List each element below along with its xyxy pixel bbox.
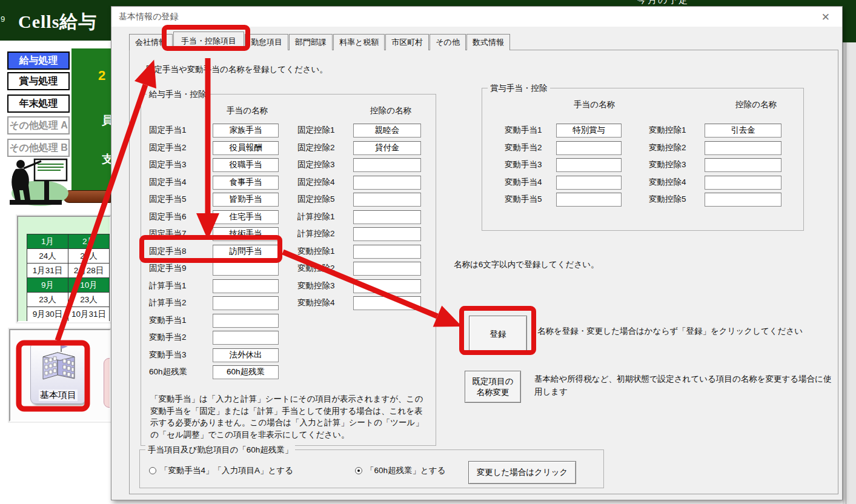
tab-company-info[interactable]: 会社情報: [129, 34, 173, 50]
apply-change-button[interactable]: 変更した場合はクリック: [468, 461, 576, 484]
default-rename-button[interactable]: 既定項目の 名称変更: [465, 371, 521, 403]
bonus-deduction-input[interactable]: [705, 141, 781, 155]
field-label: 変動手当2: [149, 332, 213, 343]
allowance-input[interactable]: [213, 331, 279, 345]
bonus-deduction-input[interactable]: [705, 158, 781, 172]
app-title: Cells給与: [18, 10, 97, 35]
allowance-input[interactable]: [213, 124, 279, 138]
clipped-pink-button[interactable]: [104, 358, 111, 408]
allowance-input[interactable]: [213, 314, 279, 328]
deduction-input[interactable]: [353, 158, 421, 172]
tab-departments[interactable]: 部門部課: [289, 34, 333, 50]
variable-allowance-note: 「変動手当」は「入力と計算」シートにその項目が表示されますが、この変動手当を「固…: [150, 393, 430, 440]
bonus-deduction-input[interactable]: [705, 176, 781, 190]
headcount-cell: 24人: [68, 249, 110, 264]
field-label: 固定控除3: [297, 159, 353, 170]
tab-municipality[interactable]: 市区町村: [385, 34, 429, 50]
deduction-input[interactable]: [353, 124, 421, 138]
sidebar-item-other-a[interactable]: その他処理 A: [7, 116, 70, 134]
bonus-allowance-input[interactable]: [556, 141, 622, 155]
field-label: 変動控除5: [649, 194, 705, 205]
bonus-allowance-input[interactable]: [556, 176, 622, 190]
allowance-column-header: 手当の名称: [558, 99, 631, 110]
bonus-deduction-input[interactable]: [705, 193, 781, 207]
deduction-input[interactable]: [353, 279, 421, 293]
allowance-input[interactable]: [213, 176, 279, 190]
field-label: 変動手当3: [505, 159, 556, 170]
deduction-input[interactable]: [353, 141, 421, 155]
group-label: 手当項目及び勤怠項目の「60h超残業」: [145, 445, 295, 456]
payday-cell: 1月31日: [27, 264, 68, 278]
allowance-input[interactable]: [213, 141, 279, 155]
basic-items-button[interactable]: 基本項目: [30, 342, 86, 404]
field-label: 固定手当9: [149, 263, 213, 274]
bonus-allowance-input[interactable]: [556, 193, 622, 207]
sidebar-item-yearend[interactable]: 年末処理: [7, 94, 70, 113]
deduction-input[interactable]: [353, 245, 421, 259]
register-button[interactable]: 登録: [469, 316, 527, 353]
tab-formula-info[interactable]: 数式情報: [466, 34, 510, 50]
basic-info-dialog: 基本情報の登録 ✕ 会社情報 手当・控除項目 勤怠項目 部門部課 料率と税額 市…: [111, 6, 843, 500]
desk-graphic: [63, 190, 111, 203]
field-label: 固定手当5: [149, 194, 213, 205]
deduction-input[interactable]: [353, 227, 421, 241]
tab-rates-taxes[interactable]: 料率と税額: [333, 34, 385, 50]
tab-attendance[interactable]: 勤怠項目: [245, 34, 288, 50]
deduction-input[interactable]: [353, 176, 421, 190]
field-label: 固定手当4: [149, 177, 213, 188]
radio-icon[interactable]: [149, 467, 156, 474]
field-label: 固定手当3: [149, 159, 213, 170]
allowance-input[interactable]: [213, 193, 279, 207]
deduction-input[interactable]: [353, 296, 421, 310]
allowance-input[interactable]: [213, 210, 279, 224]
bonus-allowance-input[interactable]: [556, 158, 622, 172]
six-char-hint: 名称は6文字以内で登録してください。: [454, 259, 599, 270]
clipped-board-char: 支: [102, 151, 111, 167]
field-label: 変動控除2: [649, 142, 705, 153]
field-label: 固定手当8: [149, 246, 213, 257]
field-label: 変動控除1: [297, 246, 353, 257]
allowance-input-fixed8[interactable]: [213, 245, 279, 259]
deduction-input[interactable]: [353, 262, 421, 276]
deduction-input[interactable]: [353, 193, 421, 207]
settings-panel: 基本項目: [9, 329, 111, 422]
sidebar-item-bonus[interactable]: 賞与処理: [7, 72, 70, 90]
allowance-input[interactable]: [213, 158, 279, 172]
allowance-input[interactable]: [213, 365, 279, 379]
field-label: 固定控除1: [297, 125, 353, 136]
field-label: 固定控除2: [297, 142, 353, 153]
tab-allowance-deduction[interactable]: 手当・控除項目: [173, 31, 244, 50]
allowance-input[interactable]: [213, 296, 279, 310]
tab-strip: 会社情報 手当・控除項目 勤怠項目 部門部課 料率と税額 市区町村 その他 数式…: [129, 33, 511, 50]
group-label: 給与手当・控除: [147, 89, 209, 100]
register-note: 名称を登録・変更した場合はかならず「登録」をクリックしてください: [537, 326, 803, 337]
close-icon[interactable]: ✕: [818, 10, 834, 25]
allowance-input[interactable]: [213, 227, 279, 241]
allowance-input[interactable]: [213, 348, 279, 362]
radio-icon[interactable]: [355, 467, 362, 474]
corner-digit: 9: [1, 15, 5, 24]
field-label: 固定手当6: [149, 211, 213, 222]
sidebar-item-salary[interactable]: 給与処理: [7, 51, 70, 70]
allowance-input[interactable]: [213, 262, 279, 276]
field-label: 変動控除4: [649, 177, 705, 188]
bonus-allowance-input[interactable]: [556, 124, 622, 138]
headcount-cell: 24人: [27, 249, 68, 264]
sidebar-item-other-b[interactable]: その他処理 B: [7, 139, 70, 157]
field-label: 変動手当3: [149, 350, 213, 360]
dialog-titlebar: 基本情報の登録 ✕: [111, 7, 842, 27]
field-label: 変動控除3: [649, 159, 705, 170]
tab-other[interactable]: その他: [430, 34, 466, 50]
allowance-input[interactable]: [213, 279, 279, 293]
field-label: 変動控除3: [297, 280, 353, 291]
default-rename-note: 基本給や所得税など、初期状態で設定されている項目の名称を変更する場合に使用します: [534, 373, 837, 398]
field-label: 変動手当4: [505, 177, 556, 188]
bonus-allowance-group: 賞与手当・控除 手当の名称 控除の名称 変動手当1 変動手当2 変動手当3 変動…: [482, 88, 804, 231]
bonus-deduction-input[interactable]: [705, 124, 781, 138]
radio-60h-overtime[interactable]: 「60h超残業」とする: [355, 465, 445, 476]
group-label: 賞与手当・控除: [488, 83, 550, 94]
deduction-input[interactable]: [353, 210, 421, 224]
dialog-title: 基本情報の登録: [119, 12, 178, 22]
radio-variable-allowance4[interactable]: 「変動手当4」「入力項目A」とする: [149, 465, 293, 476]
field-label: 計算手当1: [149, 280, 213, 291]
